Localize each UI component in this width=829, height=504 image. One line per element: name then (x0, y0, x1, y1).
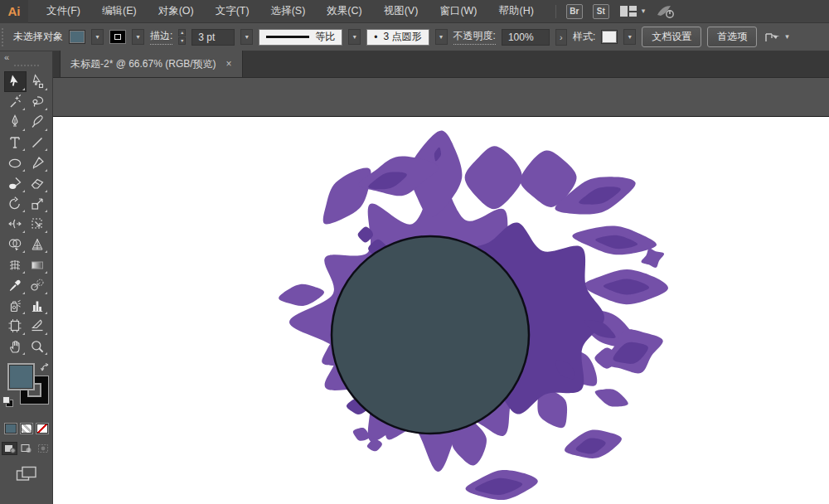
cs-live-icon[interactable] (655, 4, 676, 19)
splat-shape[interactable] (642, 249, 665, 268)
draw-inside-button[interactable] (35, 442, 51, 455)
stroke-weight-input[interactable]: 3 pt (191, 29, 235, 46)
column-graph-tool[interactable] (27, 296, 49, 317)
mesh-tool[interactable] (4, 254, 27, 275)
none-button[interactable] (36, 423, 49, 434)
width-tool[interactable] (4, 214, 27, 235)
panel-collapse-button[interactable]: « (0, 51, 52, 63)
hand-tool[interactable] (4, 337, 27, 357)
shape-builder-tool[interactable] (4, 235, 27, 255)
ellipse-icon (7, 156, 22, 171)
menu-file[interactable]: 文件(F) (36, 0, 90, 22)
opacity-input[interactable]: 100% (502, 29, 550, 46)
menu-edit[interactable]: 编辑(E) (92, 0, 147, 22)
style-chevron[interactable]: ▾ (623, 29, 636, 45)
artboard-tool[interactable] (4, 316, 27, 337)
rotate-tool[interactable] (4, 194, 27, 215)
line-segment-tool[interactable] (27, 133, 49, 153)
document-setup-button[interactable]: 文档设置 (642, 27, 701, 47)
menu-object[interactable]: 对象(O) (148, 0, 204, 22)
width-profile-chevron[interactable]: ▾ (348, 29, 361, 45)
type-tool[interactable] (4, 133, 27, 153)
magic-wand-tool[interactable] (4, 92, 27, 113)
canvas-artwork[interactable] (53, 78, 829, 504)
panel-drag-grip[interactable] (14, 65, 39, 68)
pen-tool[interactable] (4, 112, 27, 133)
stroke-weight-label[interactable]: 描边: (150, 29, 172, 45)
direct-selection-tool[interactable] (27, 71, 49, 92)
fill-proxy-swatch[interactable] (7, 363, 35, 390)
document-area: 未标题-2* @ 66.67% (RGB/预览) × (53, 51, 829, 504)
width-profile-select[interactable]: 等比 (259, 29, 342, 46)
mini-fill (2, 396, 10, 404)
screen-mode-button[interactable] (16, 466, 37, 484)
menu-type[interactable]: 文字(T) (206, 0, 259, 22)
menu-window[interactable]: 窗口(W) (429, 0, 487, 22)
splat-shape[interactable] (595, 389, 628, 406)
fill-color-well[interactable] (69, 30, 85, 44)
splat-shape[interactable] (465, 146, 522, 209)
draw-normal-button[interactable] (2, 442, 17, 455)
panel-grip[interactable] (2, 28, 6, 46)
close-icon[interactable]: × (226, 58, 232, 70)
swap-fill-stroke-icon[interactable] (40, 362, 51, 373)
bridge-button[interactable]: Br (566, 4, 583, 19)
eraser-tool[interactable] (27, 173, 49, 194)
stroke-weight-chevron[interactable]: ▾ (240, 29, 253, 45)
splat-shape[interactable] (353, 428, 370, 441)
symbol-sprayer-tool[interactable] (4, 296, 27, 317)
menu-view[interactable]: 视图(V) (374, 0, 429, 22)
stroke-chevron-button[interactable]: ▾ (132, 29, 144, 45)
blend-tool[interactable] (27, 275, 49, 296)
align-icon (764, 31, 781, 44)
zoom-tool[interactable] (27, 337, 49, 357)
draw-behind-button[interactable] (18, 442, 34, 455)
gradient-button[interactable] (20, 423, 33, 434)
gradient-tool[interactable] (27, 254, 49, 275)
draw-behind-icon (21, 443, 32, 453)
fill-chevron-button[interactable]: ▾ (91, 29, 104, 45)
tools-panel: « (0, 51, 53, 504)
menu-select[interactable]: 选择(S) (261, 0, 316, 22)
stepper-down-icon[interactable]: ▾ (178, 37, 186, 45)
menu-effect[interactable]: 效果(C) (317, 0, 371, 22)
scale-tool[interactable] (27, 194, 49, 215)
stroke-color-well[interactable] (109, 30, 126, 44)
document-tab[interactable]: 未标题-2* @ 66.67% (RGB/预览) × (60, 51, 243, 77)
selection-tool[interactable] (4, 71, 27, 92)
lasso-tool[interactable] (27, 92, 49, 113)
preferences-button[interactable]: 首选项 (707, 27, 757, 47)
perspective-grid-tool[interactable] (27, 235, 49, 255)
align-options[interactable]: ▾ (764, 31, 789, 44)
stepper-up-icon[interactable]: ▴ (178, 29, 186, 36)
free-transform-tool[interactable] (27, 214, 49, 235)
blob-brush-icon (7, 176, 22, 191)
opacity-expand-button[interactable]: › (555, 29, 567, 46)
chevron-down-icon: ▾ (642, 7, 646, 15)
menu-help[interactable]: 帮助(H) (489, 0, 544, 22)
splat-shape[interactable] (323, 168, 371, 225)
splat-shape[interactable] (367, 439, 382, 452)
paintbrush-tool[interactable] (27, 153, 49, 173)
pencil-tool[interactable] (27, 112, 49, 133)
stroke-weight-stepper[interactable]: ▴ ▾ (178, 29, 186, 45)
color-button[interactable] (4, 423, 17, 434)
direct-selection-icon (30, 74, 45, 89)
style-swatch[interactable] (601, 30, 618, 44)
lasso-icon (30, 94, 45, 109)
circle-shape[interactable] (332, 236, 529, 434)
slice-tool[interactable] (27, 316, 49, 337)
blob-brush-tool[interactable] (4, 173, 27, 194)
splat-shape[interactable] (279, 284, 324, 306)
canvas-viewport[interactable] (53, 78, 829, 504)
slice-icon (30, 318, 45, 333)
selection-icon (7, 74, 22, 89)
eyedropper-tool[interactable] (4, 275, 27, 296)
stock-button[interactable]: St (593, 4, 609, 19)
default-fill-stroke-icon[interactable] (2, 396, 13, 407)
brush-select[interactable]: • 3 点圆形 (366, 29, 429, 46)
workspace-switcher[interactable]: ▾ (619, 5, 646, 17)
ellipse-tool[interactable] (4, 153, 27, 173)
opacity-label[interactable]: 不透明度: (453, 29, 496, 45)
brush-chevron[interactable]: ▾ (435, 29, 448, 45)
